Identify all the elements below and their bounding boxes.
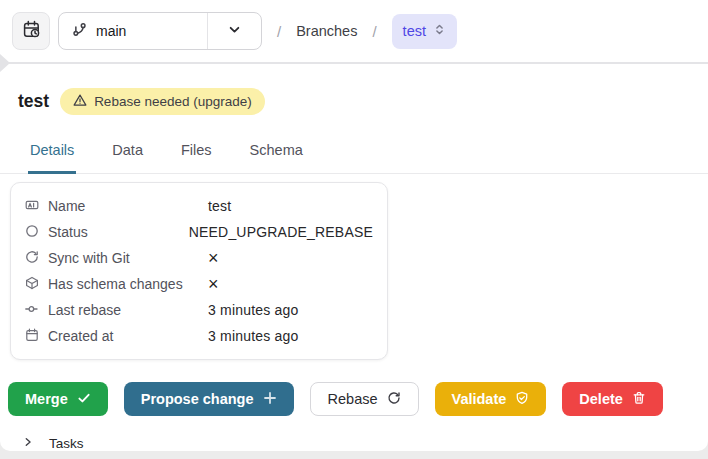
detail-row-created-at: Created at 3 minutes ago — [25, 323, 373, 349]
x-mark-icon: × — [208, 251, 219, 265]
calendar-clock-icon — [22, 20, 41, 43]
schema-box-icon — [25, 276, 39, 293]
panel-divider — [0, 62, 708, 64]
tab-bar: Details Data Files Schema — [0, 136, 708, 174]
sync-icon — [25, 250, 39, 267]
name-field-icon — [25, 198, 39, 215]
git-branch-icon — [72, 22, 87, 40]
breadcrumb-separator: / — [277, 23, 281, 40]
detail-label: Has schema changes — [48, 276, 183, 292]
rebase-button-label: Rebase — [328, 391, 378, 407]
current-branch-label: test — [403, 23, 426, 39]
detail-label: Name — [48, 198, 85, 214]
detail-value: 3 minutes ago — [208, 302, 299, 318]
warning-triangle-icon — [73, 93, 87, 110]
details-card: Name test Status NEED_UPGRADE_REBASE — [10, 182, 388, 360]
x-mark-icon: × — [208, 277, 219, 291]
calendar-icon — [25, 328, 39, 345]
validate-button-label: Validate — [452, 391, 507, 407]
delete-button-label: Delete — [579, 391, 623, 407]
action-bar: Merge Propose change Rebase — [8, 382, 708, 416]
detail-row-schema-changes: Has schema changes × — [25, 271, 373, 297]
validate-button[interactable]: Validate — [435, 382, 547, 416]
propose-change-button-label: Propose change — [141, 391, 254, 407]
topbar: main / Branches / test — [0, 0, 708, 62]
tab-details[interactable]: Details — [28, 136, 76, 174]
tasks-section-toggle[interactable]: Tasks — [22, 434, 708, 452]
detail-value: test — [208, 198, 231, 214]
status-circle-icon — [25, 224, 39, 241]
status-badge: Rebase needed (upgrade) — [60, 88, 265, 115]
detail-value: NEED_UPGRADE_REBASE — [189, 224, 373, 240]
detail-row-last-rebase: Last rebase 3 minutes ago — [25, 297, 373, 323]
detail-label: Created at — [48, 328, 113, 344]
breadcrumb-separator: / — [372, 23, 376, 40]
propose-change-button[interactable]: Propose change — [124, 382, 294, 416]
detail-label: Last rebase — [48, 302, 121, 318]
history-button[interactable] — [12, 12, 50, 50]
plus-icon — [263, 391, 277, 408]
page-header: test Rebase needed (upgrade) — [18, 88, 708, 115]
chevron-down-icon — [227, 22, 242, 41]
tab-files[interactable]: Files — [179, 136, 214, 174]
detail-label: Sync with Git — [48, 250, 130, 266]
divider-drag-handle[interactable] — [0, 54, 10, 72]
tab-data[interactable]: Data — [110, 136, 145, 174]
rebase-button[interactable]: Rebase — [310, 382, 419, 416]
branch-selector-dropdown[interactable] — [207, 13, 261, 49]
trash-icon — [632, 391, 646, 408]
refresh-icon — [387, 391, 401, 408]
status-badge-label: Rebase needed (upgrade) — [94, 94, 252, 109]
chevron-right-icon — [22, 434, 34, 452]
shield-check-icon — [515, 391, 529, 408]
chevrons-up-down-icon — [433, 23, 446, 39]
merge-button[interactable]: Merge — [8, 382, 108, 416]
branch-name: main — [96, 23, 126, 39]
page-title: test — [18, 91, 49, 112]
branch-selector[interactable]: main — [58, 12, 262, 50]
detail-label: Status — [48, 224, 88, 240]
git-commit-icon — [25, 302, 39, 319]
app-panel: main / Branches / test — [0, 0, 708, 451]
detail-row-sync: Sync with Git × — [25, 245, 373, 271]
detail-row-status: Status NEED_UPGRADE_REBASE — [25, 219, 373, 245]
detail-row-name: Name test — [25, 193, 373, 219]
check-icon — [77, 391, 91, 408]
merge-button-label: Merge — [25, 391, 68, 407]
breadcrumb-section[interactable]: Branches — [296, 23, 357, 39]
current-branch-pill[interactable]: test — [392, 14, 457, 49]
detail-value: 3 minutes ago — [208, 328, 299, 344]
delete-button[interactable]: Delete — [562, 382, 663, 416]
tab-schema[interactable]: Schema — [248, 136, 305, 174]
tasks-label: Tasks — [49, 436, 84, 451]
branch-selector-value[interactable]: main — [59, 13, 207, 49]
